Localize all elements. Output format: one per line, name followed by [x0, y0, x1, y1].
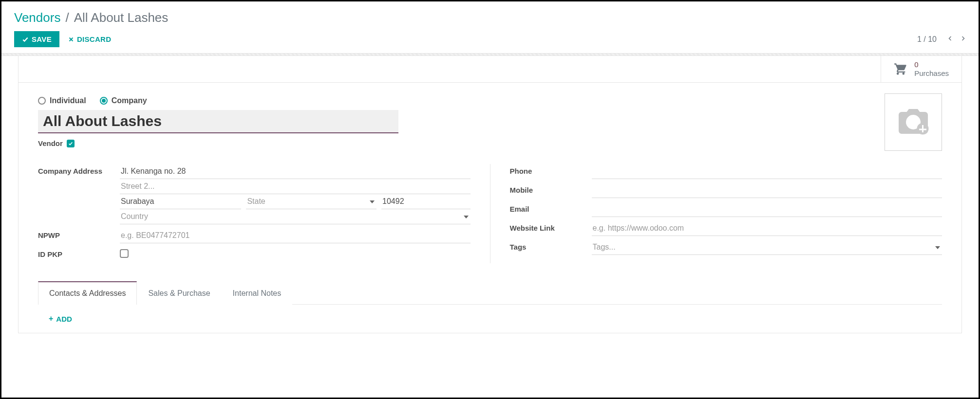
save-button-label: SAVE [32, 35, 52, 43]
check-icon [68, 141, 73, 146]
label-tags: Tags [510, 240, 592, 251]
phone-input[interactable] [592, 164, 942, 179]
street2-input[interactable] [120, 179, 471, 194]
pager-next-button[interactable] [960, 34, 966, 45]
idpkp-checkbox[interactable] [120, 249, 129, 258]
pager-position: 1 / 10 [917, 35, 937, 44]
add-contact-button[interactable]: + ADD [49, 314, 72, 323]
breadcrumb-current: All About Lashes [74, 10, 169, 25]
stat-purchases-count: 0 [914, 61, 949, 68]
breadcrumb-separator: / [65, 10, 69, 25]
breadcrumb-root-link[interactable]: Vendors [14, 10, 60, 25]
add-contact-label: ADD [56, 315, 72, 323]
npwp-input[interactable] [120, 228, 471, 243]
radio-individual[interactable]: Individual [38, 96, 86, 105]
camera-plus-icon [896, 105, 931, 140]
cart-icon [894, 62, 907, 76]
city-input[interactable] [120, 194, 241, 209]
label-phone: Phone [510, 164, 592, 175]
stat-purchases-button[interactable]: 0 Purchases [881, 56, 961, 82]
chevron-right-icon [960, 34, 966, 43]
radio-individual-label: Individual [50, 96, 86, 105]
tab-internal-notes[interactable]: Internal Notes [222, 282, 293, 305]
stat-purchases-label: Purchases [914, 69, 949, 77]
label-idpkp: ID PKP [38, 247, 120, 258]
chevron-left-icon [947, 34, 953, 43]
vendor-checkbox[interactable] [67, 140, 75, 147]
breadcrumb: Vendors / All About Lashes [14, 10, 966, 25]
radio-circle-icon [38, 97, 46, 105]
vendor-label: Vendor [38, 139, 63, 147]
name-input[interactable] [38, 110, 398, 133]
save-button[interactable]: SAVE [14, 31, 59, 47]
tab-sales-purchase[interactable]: Sales & Purchase [137, 282, 221, 305]
image-upload[interactable] [885, 93, 942, 151]
email-input[interactable] [592, 202, 942, 217]
zip-input[interactable] [381, 194, 470, 209]
website-input[interactable] [592, 221, 942, 236]
label-company-address: Company Address [38, 164, 120, 175]
tab-contacts[interactable]: Contacts & Addresses [38, 281, 137, 305]
label-website: Website Link [510, 221, 592, 232]
state-select[interactable] [246, 194, 377, 209]
discard-button[interactable]: DISCARD [68, 35, 111, 43]
mobile-input[interactable] [592, 183, 942, 198]
discard-button-label: DISCARD [77, 35, 111, 43]
radio-circle-checked-icon [100, 97, 108, 105]
tags-select[interactable] [592, 240, 942, 255]
label-npwp: NPWP [38, 228, 120, 239]
label-email: Email [510, 202, 592, 213]
pager-prev-button[interactable] [947, 34, 953, 45]
check-icon [22, 36, 29, 43]
label-mobile: Mobile [510, 183, 592, 194]
plus-icon: + [49, 314, 53, 323]
country-select[interactable] [120, 209, 471, 224]
radio-company[interactable]: Company [100, 96, 147, 105]
close-icon [68, 36, 74, 42]
street-input[interactable] [120, 164, 471, 179]
radio-company-label: Company [112, 96, 147, 105]
column-divider [490, 164, 490, 263]
